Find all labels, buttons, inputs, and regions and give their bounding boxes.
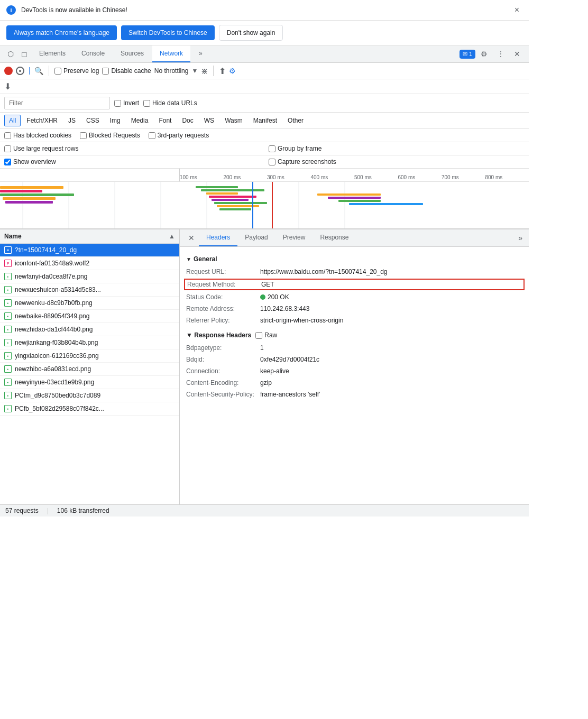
chat-badge: ✉ 1 xyxy=(460,50,475,59)
type-filter-media[interactable]: Media xyxy=(126,115,153,126)
group-by-frame-checkbox[interactable] xyxy=(269,145,275,152)
sort-icon[interactable]: ▲ xyxy=(169,233,175,240)
more-options-icon[interactable]: ⋮ xyxy=(493,47,509,61)
preserve-log-checkbox[interactable] xyxy=(54,68,61,75)
request-name: newfanyi-da0cea8f7e.png xyxy=(15,273,175,280)
type-filter-fetch/xhr[interactable]: Fetch/XHR xyxy=(22,115,62,126)
large-rows-label[interactable]: Use large request rows xyxy=(4,145,260,152)
clear-button[interactable]: ● xyxy=(16,67,24,75)
disable-cache-label[interactable]: Disable cache xyxy=(102,67,151,75)
dont-show-again-button[interactable]: Don't show again xyxy=(219,25,283,41)
has-blocked-cookies-checkbox[interactable] xyxy=(4,132,11,139)
record-button[interactable] xyxy=(4,67,13,75)
request-item[interactable]: ▪newbaike-889054f349.png xyxy=(0,310,179,323)
request-name: ?tn=15007414_20_dg xyxy=(15,246,175,254)
upload-icon[interactable]: ⬆ xyxy=(219,66,226,76)
filter-icon[interactable]: ⏐ xyxy=(27,67,31,75)
network-settings-icon[interactable]: ⚙ xyxy=(229,67,236,75)
type-filter-img[interactable]: Img xyxy=(105,115,125,126)
request-item[interactable]: ≡?tn=15007414_20_dg xyxy=(0,244,179,257)
type-filter-doc[interactable]: Doc xyxy=(177,115,198,126)
svg-rect-23 xyxy=(338,200,381,202)
request-item[interactable]: ▪newjiankang-f03b804b4b.png xyxy=(0,336,179,349)
inspect-icon[interactable]: ◻ xyxy=(18,45,31,62)
referrer-policy-row: Referrer Policy: strict-origin-when-cros… xyxy=(186,315,522,326)
tab-elements[interactable]: Elements xyxy=(32,45,73,62)
type-filter-css[interactable]: CSS xyxy=(81,115,104,126)
request-name: newzhidao-da1cf444b0.png xyxy=(15,326,175,333)
general-section-title: ▼ General xyxy=(186,251,522,266)
raw-checkbox-label[interactable]: Raw xyxy=(255,331,277,339)
always-match-button[interactable]: Always match Chrome's language xyxy=(6,25,117,40)
request-item[interactable]: Ficonfont-fa013548a9.woff2 xyxy=(0,257,179,270)
third-party-label[interactable]: 3rd-party requests xyxy=(149,132,209,139)
request-name: newyinyue-03ecd1e9b9.png xyxy=(15,379,175,386)
tab-response[interactable]: Response xyxy=(313,229,356,246)
details-content: ▼ General Request URL: https://www.baidu… xyxy=(180,247,529,404)
file-icon: ▪ xyxy=(4,379,12,386)
request-item[interactable]: ▪newfanyi-da0cea8f7e.png xyxy=(0,270,179,283)
type-filter-other[interactable]: Other xyxy=(283,115,308,126)
capture-screenshots-checkbox[interactable] xyxy=(269,159,275,165)
tab-console[interactable]: Console xyxy=(74,45,112,62)
request-name: newwenku-d8c9b7b0fb.png xyxy=(15,299,175,307)
timeline-name-col xyxy=(0,169,180,181)
details-close-button[interactable]: ✕ xyxy=(184,229,199,246)
request-item[interactable]: ▪newwenku-d8c9b7b0fb.png xyxy=(0,297,179,310)
file-icon: ▪ xyxy=(4,286,12,293)
disable-cache-checkbox[interactable] xyxy=(102,68,109,75)
request-item[interactable]: ▪yingxiaoicon-612169cc36.png xyxy=(0,349,179,363)
blocked-requests-label[interactable]: Blocked Requests xyxy=(80,132,140,139)
tab-network[interactable]: Network xyxy=(152,45,190,62)
type-filter-all[interactable]: All xyxy=(4,115,21,126)
raw-checkbox[interactable] xyxy=(255,332,262,339)
svg-rect-20 xyxy=(219,208,251,210)
response-header-value: keep-alive xyxy=(260,367,522,375)
show-overview-label[interactable]: Show overview xyxy=(4,158,260,165)
large-rows-checkbox[interactable] xyxy=(4,145,11,152)
tab-preview[interactable]: Preview xyxy=(275,229,313,246)
throttle-dropdown-icon[interactable]: ▼ xyxy=(191,67,198,75)
response-header-value: 0xfe429d7d0004f21c xyxy=(260,356,522,363)
group-by-frame-label[interactable]: Group by frame xyxy=(269,145,525,152)
response-headers-list: Bdpagetype:1Bdqid:0xfe429d7d0004f21cConn… xyxy=(186,342,522,400)
settings-icon[interactable]: ⚙ xyxy=(476,47,492,61)
tab-headers[interactable]: Headers xyxy=(199,229,237,246)
details-more-button[interactable]: » xyxy=(516,229,525,246)
switch-to-chinese-button[interactable]: Switch DevTools to Chinese xyxy=(121,25,215,40)
network-conditions-icon[interactable]: ⋇ xyxy=(201,66,208,76)
invert-label[interactable]: Invert xyxy=(114,99,139,107)
devtools-close-icon[interactable]: ✕ xyxy=(510,47,525,61)
type-filter-font[interactable]: Font xyxy=(154,115,176,126)
third-party-checkbox[interactable] xyxy=(149,132,155,139)
search-icon[interactable]: 🔍 xyxy=(34,67,43,75)
capture-screenshots-label[interactable]: Capture screenshots xyxy=(269,158,525,165)
type-filter-ws[interactable]: WS xyxy=(199,115,219,126)
type-filter-js[interactable]: JS xyxy=(63,115,80,126)
preserve-log-label[interactable]: Preserve log xyxy=(54,67,99,75)
hide-data-urls-checkbox[interactable] xyxy=(143,100,150,107)
cursor-tool-icon[interactable]: ⬡ xyxy=(4,45,17,62)
file-icon: ▪ xyxy=(4,352,12,360)
tab-payload[interactable]: Payload xyxy=(237,229,275,246)
type-filter-wasm[interactable]: Wasm xyxy=(220,115,247,126)
type-filter-manifest[interactable]: Manifest xyxy=(249,115,282,126)
show-overview-checkbox[interactable] xyxy=(4,159,11,165)
invert-checkbox[interactable] xyxy=(114,100,121,107)
tab-more[interactable]: » xyxy=(191,45,210,62)
request-item[interactable]: ▪newxueshuicon-a5314d5c83... xyxy=(0,283,179,297)
info-close-button[interactable]: × xyxy=(511,4,522,16)
info-bar: i DevTools is now available in Chinese! … xyxy=(0,0,529,21)
request-item[interactable]: ▪newzhidao-da1cf444b0.png xyxy=(0,323,179,336)
tab-sources[interactable]: Sources xyxy=(113,45,151,62)
filter-input[interactable] xyxy=(4,97,110,109)
hide-data-urls-label[interactable]: Hide data URLs xyxy=(143,99,197,107)
request-item[interactable]: ▪newyinyue-03ecd1e9b9.png xyxy=(0,376,179,389)
blocked-requests-checkbox[interactable] xyxy=(80,132,87,139)
svg-rect-15 xyxy=(206,192,238,195)
has-blocked-cookies-label[interactable]: Has blocked cookies xyxy=(4,132,71,139)
download-icon[interactable]: ⬇ xyxy=(4,81,11,91)
request-item[interactable]: ▪PCfb_5bf082d29588c07f842c... xyxy=(0,402,179,416)
request-item[interactable]: ▪PCtm_d9c8750bed0b3c7d089 xyxy=(0,389,179,402)
request-item[interactable]: ▪newzhibo-a6a0831ecd.png xyxy=(0,363,179,376)
